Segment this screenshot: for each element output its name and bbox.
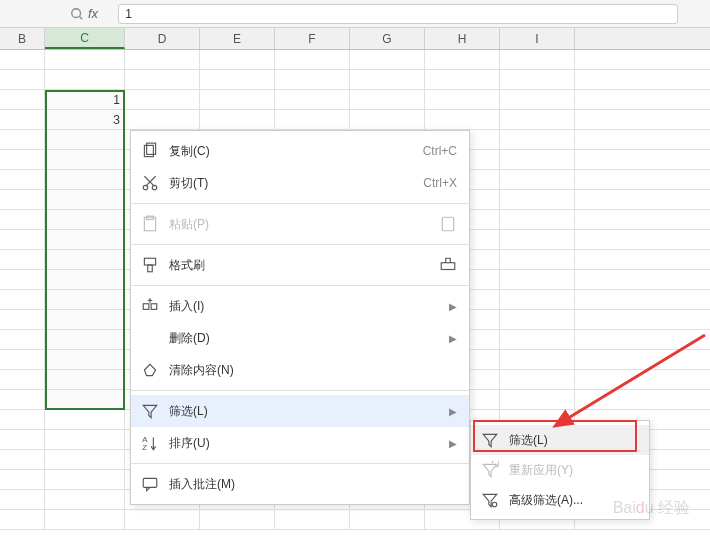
menu-comment-label: 插入批注(M) — [169, 476, 235, 493]
menu-insert-label: 插入(I) — [169, 298, 204, 315]
menu-divider — [131, 244, 469, 245]
menu-divider — [131, 390, 469, 391]
col-header-d[interactable]: D — [125, 28, 200, 49]
submenu-reapply: 重新应用(Y) — [471, 455, 649, 485]
menu-copy-label: 复制(C) — [169, 143, 210, 160]
svg-rect-21 — [143, 478, 157, 487]
col-header-g[interactable]: G — [350, 28, 425, 49]
menu-comment[interactable]: 插入批注(M) — [131, 468, 469, 500]
formula-bar: fx — [0, 0, 710, 28]
col-header-i[interactable]: I — [500, 28, 575, 49]
submenu-filter-label: 筛选(L) — [509, 432, 548, 449]
submenu-filter[interactable]: 筛选(L) — [471, 425, 649, 455]
menu-brush-label: 格式刷 — [169, 257, 205, 274]
brush-target-icon — [439, 256, 457, 274]
delete-icon — [141, 329, 159, 347]
search-icon — [70, 7, 84, 21]
menu-delete[interactable]: 删除(D) ▶ — [131, 322, 469, 354]
col-header-e[interactable]: E — [200, 28, 275, 49]
svg-rect-15 — [151, 304, 157, 310]
fx-label[interactable]: fx — [88, 6, 98, 21]
menu-clear[interactable]: 清除内容(N) — [131, 354, 469, 386]
brush-icon — [141, 256, 159, 274]
submenu-advanced-label: 高级筛选(A)... — [509, 492, 583, 509]
svg-point-0 — [72, 8, 81, 17]
col-header-h[interactable]: H — [425, 28, 500, 49]
chevron-right-icon: ▶ — [449, 406, 457, 417]
menu-delete-label: 删除(D) — [169, 330, 210, 347]
menu-copy[interactable]: 复制(C) Ctrl+C — [131, 135, 469, 167]
filter-submenu: 筛选(L) 重新应用(Y) 高级筛选(A)... — [470, 420, 650, 520]
shortcut-cut: Ctrl+X — [423, 176, 457, 190]
paste-icon — [141, 215, 159, 233]
col-header-b[interactable]: B — [0, 28, 45, 49]
menu-paste-label: 粘贴(P) — [169, 216, 209, 233]
menu-divider — [131, 285, 469, 286]
sort-icon: AZ — [141, 434, 159, 452]
svg-rect-12 — [148, 265, 153, 272]
svg-point-22 — [492, 502, 497, 507]
menu-filter[interactable]: 筛选(L) ▶ — [131, 395, 469, 427]
menu-cut-label: 剪切(T) — [169, 175, 208, 192]
comment-icon — [141, 475, 159, 493]
column-headers: B C D E F G H I — [0, 28, 710, 50]
clipboard-icon — [439, 215, 457, 233]
filter-icon — [141, 402, 159, 420]
menu-filter-label: 筛选(L) — [169, 403, 208, 420]
filter-icon — [481, 431, 499, 449]
svg-line-1 — [80, 16, 83, 19]
svg-rect-13 — [441, 263, 455, 270]
svg-rect-11 — [144, 258, 155, 265]
menu-divider — [131, 203, 469, 204]
chevron-right-icon: ▶ — [449, 333, 457, 344]
menu-paste: 粘贴(P) — [131, 208, 469, 240]
svg-text:Z: Z — [142, 443, 147, 452]
cut-icon — [141, 174, 159, 192]
menu-insert[interactable]: 插入(I) ▶ — [131, 290, 469, 322]
formula-input[interactable] — [118, 4, 678, 24]
cell-c4[interactable]: 3 — [45, 110, 125, 129]
menu-divider — [131, 463, 469, 464]
submenu-reapply-label: 重新应用(Y) — [509, 462, 573, 479]
insert-icon — [141, 297, 159, 315]
menu-format-painter[interactable]: 格式刷 — [131, 249, 469, 281]
menu-clear-label: 清除内容(N) — [169, 362, 234, 379]
submenu-advanced[interactable]: 高级筛选(A)... — [471, 485, 649, 515]
copy-icon — [141, 142, 159, 160]
svg-rect-10 — [442, 217, 453, 231]
col-header-f[interactable]: F — [275, 28, 350, 49]
svg-rect-14 — [143, 304, 149, 310]
chevron-right-icon: ▶ — [449, 438, 457, 449]
col-header-c[interactable]: C — [45, 28, 125, 49]
advanced-filter-icon — [481, 491, 499, 509]
reapply-icon — [481, 461, 499, 479]
shortcut-copy: Ctrl+C — [423, 144, 457, 158]
clear-icon — [141, 361, 159, 379]
menu-cut[interactable]: 剪切(T) Ctrl+X — [131, 167, 469, 199]
chevron-right-icon: ▶ — [449, 301, 457, 312]
menu-sort-label: 排序(U) — [169, 435, 210, 452]
cell-c3[interactable]: 1 — [45, 90, 125, 109]
menu-sort[interactable]: AZ 排序(U) ▶ — [131, 427, 469, 459]
context-menu: 复制(C) Ctrl+C 剪切(T) Ctrl+X 粘贴(P) 格式刷 插入(I… — [130, 130, 470, 505]
